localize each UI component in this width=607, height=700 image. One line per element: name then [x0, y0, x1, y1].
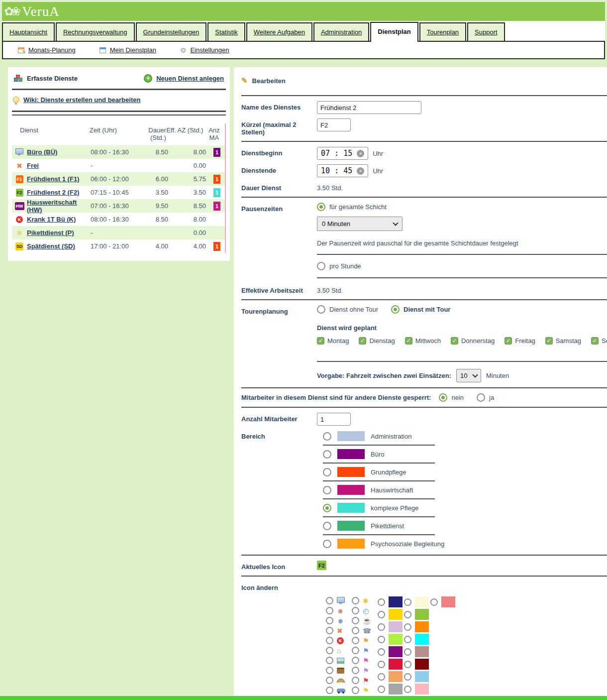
- dienstende-input[interactable]: 10 : 45 ✕: [317, 164, 368, 177]
- flag-magenta-radio[interactable]: [352, 657, 359, 664]
- gesperrt-radio-nein[interactable]: [439, 393, 447, 402]
- color-radio[interactable]: [404, 648, 411, 656]
- picture-radio[interactable]: [326, 657, 333, 664]
- subnav-item-mein-dienstplan[interactable]: Mein Dienstplan: [100, 46, 156, 54]
- bereich-radio-pikettdienst[interactable]: [323, 522, 331, 530]
- subnav-item-monats-planung[interactable]: ✎Monats-Planung: [18, 46, 76, 54]
- anzahl-mitarbeiter-input[interactable]: [317, 413, 351, 426]
- checkbox-donnerstag[interactable]: ✓: [451, 337, 458, 345]
- service-link-spätdienst-sd-[interactable]: Spätdienst (SD): [27, 242, 75, 250]
- divider: [241, 141, 607, 142]
- alarm-clock-radio[interactable]: [352, 607, 359, 614]
- tour-radio-ohne[interactable]: [317, 305, 325, 314]
- person-blue-clock-radio[interactable]: [326, 617, 333, 624]
- pausen-radio-gesamte-schicht[interactable]: [317, 203, 325, 211]
- bereich-radio-grundpflege[interactable]: [323, 468, 331, 476]
- phone-radio[interactable]: [352, 627, 359, 634]
- color-radio[interactable]: [404, 598, 411, 606]
- krank-circle-radio[interactable]: [326, 637, 333, 644]
- flag-red-radio[interactable]: [352, 677, 359, 684]
- color-radio[interactable]: [378, 661, 385, 668]
- dienstbeginn-input[interactable]: 07 : 15 ✕: [317, 147, 368, 160]
- bereich-radio-büro[interactable]: [323, 450, 331, 459]
- calendar-icon: [100, 47, 106, 53]
- color-option-column: [404, 596, 429, 700]
- clear-time-icon[interactable]: ✕: [357, 150, 364, 157]
- service-icon-cell: ✖: [12, 162, 27, 169]
- bereich-radio-hauswirtschaft[interactable]: [323, 486, 331, 494]
- pausen-radio-pro-stunde[interactable]: [317, 262, 325, 270]
- service-link-hausweritschaft-hw-[interactable]: Hausweritschaft (HW): [27, 199, 77, 214]
- tab-dienstplan[interactable]: Dienstplan: [370, 22, 418, 42]
- color-radio[interactable]: [404, 661, 411, 668]
- color-radio[interactable]: [404, 686, 411, 693]
- service-link-frei[interactable]: Frei: [27, 162, 39, 169]
- service-link-frühdienst-2-f2-[interactable]: Frühdienst 2 (F2): [27, 189, 79, 196]
- checkbox-freitag[interactable]: ✓: [505, 337, 512, 345]
- icon-option: [326, 656, 351, 665]
- tab-weitere-aufgaben[interactable]: Weitere Aufgaben: [246, 22, 312, 41]
- rainbow-radio[interactable]: [326, 677, 333, 684]
- tab-hauptansicht[interactable]: Hauptansicht: [2, 22, 55, 41]
- tab-grundeinstellungen[interactable]: Grundeinstellungen: [136, 22, 207, 41]
- color-radio[interactable]: [404, 611, 411, 618]
- service-icon-cell: ✱: [12, 230, 27, 236]
- color-swatch: [389, 646, 403, 657]
- tour-radio-mit[interactable]: [391, 305, 400, 314]
- service-link-büro-bü-[interactable]: Büro (BÜ): [27, 148, 57, 156]
- tab-tourenplan[interactable]: Tourenplan: [419, 22, 466, 41]
- color-radio[interactable]: [378, 636, 385, 643]
- service-link-krank-1t-bü-k-[interactable]: Krank 1T Bü (K): [27, 216, 76, 223]
- subnav-item-einstellungen[interactable]: ⚙Einstellungen: [180, 46, 229, 54]
- color-radio[interactable]: [378, 673, 385, 681]
- house-radio[interactable]: [326, 647, 333, 654]
- tab-statistik[interactable]: Statistik: [207, 22, 245, 41]
- wiki-link[interactable]: Wiki: Dienste erstellen und bearbeiten: [12, 96, 226, 109]
- bereich-radio-psychosoziale-begleitung[interactable]: [323, 540, 331, 548]
- color-radio[interactable]: [404, 623, 411, 631]
- flag-purple-radio[interactable]: [352, 667, 359, 674]
- color-radio[interactable]: [378, 598, 385, 606]
- checkbox-montag[interactable]: ✓: [317, 337, 324, 345]
- pausen-minuten-select[interactable]: 0 Minuten: [317, 217, 403, 231]
- checkbox-samstag[interactable]: ✓: [545, 337, 553, 345]
- icon-option: [326, 596, 351, 605]
- checkbox-dienstag[interactable]: ✓: [359, 337, 366, 345]
- checkbox-mittwoch[interactable]: ✓: [405, 337, 412, 345]
- service-link-frühdienst-1-f1-[interactable]: Frühdienst 1 (F1): [27, 175, 79, 183]
- service-link-pikettdienst-p-[interactable]: Pikettdienst (P): [27, 229, 74, 236]
- tab-support[interactable]: Support: [467, 22, 505, 41]
- flag-orange-radio[interactable]: [352, 637, 359, 644]
- person-pink-clock-radio[interactable]: [326, 607, 333, 614]
- color-radio[interactable]: [404, 636, 411, 643]
- color-radio[interactable]: [378, 648, 385, 656]
- color-radio[interactable]: [404, 673, 411, 681]
- bereich-radio-administration[interactable]: [323, 432, 331, 441]
- color-radio[interactable]: [378, 686, 385, 693]
- computer-radio[interactable]: [326, 597, 333, 604]
- color-radio[interactable]: [430, 598, 438, 606]
- asterisk-radio[interactable]: [352, 597, 359, 604]
- toolbox-radio[interactable]: [326, 667, 333, 674]
- flag-blue-radio[interactable]: [352, 647, 359, 654]
- color-radio[interactable]: [378, 623, 385, 631]
- tab-rechnungsverwaltung[interactable]: Rechnungsverwaltung: [56, 22, 135, 41]
- x-radio[interactable]: [326, 627, 333, 634]
- flag-yellow-radio[interactable]: [352, 687, 359, 694]
- bereich-radio-komplexe-pflege[interactable]: [323, 504, 331, 512]
- new-service-link[interactable]: + Neuen Dienst anlegen: [144, 74, 224, 83]
- car-radio[interactable]: [326, 687, 333, 694]
- name-input[interactable]: [317, 101, 421, 114]
- tour-mit-label: Dienst mit Tour: [404, 306, 450, 313]
- tab-administration[interactable]: Administration: [313, 22, 369, 41]
- service-name-cell: Frei: [27, 162, 91, 169]
- fahrzeit-select[interactable]: 10: [456, 369, 481, 382]
- color-option: [378, 608, 403, 620]
- gesperrt-radio-ja[interactable]: [477, 393, 485, 402]
- kuerzel-input[interactable]: [317, 118, 351, 131]
- clear-time-icon[interactable]: ✕: [357, 167, 364, 175]
- checkbox-sonntag[interactable]: ✓: [591, 337, 599, 345]
- color-radio[interactable]: [378, 611, 385, 618]
- coffee-radio[interactable]: [352, 617, 359, 624]
- service-icon-cell: SD: [12, 242, 27, 250]
